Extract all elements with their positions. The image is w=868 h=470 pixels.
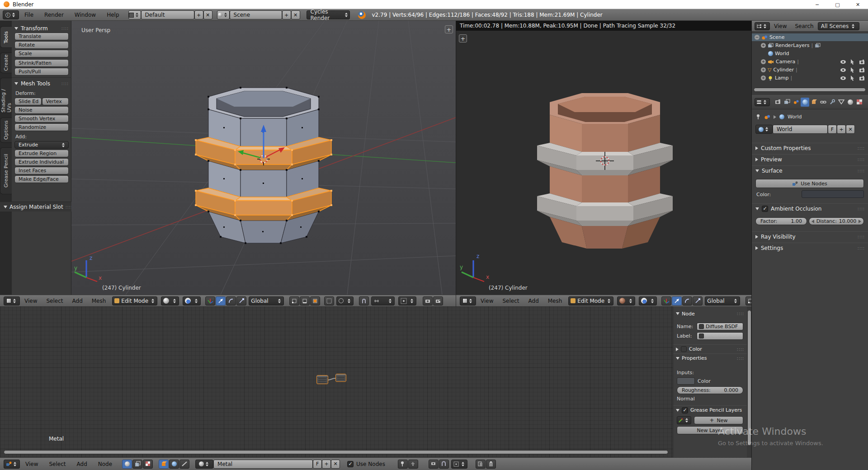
grease-pencil-layers-panel-header[interactable]: ✓ Grease Pencil Layers bbox=[673, 405, 747, 414]
viewport-shading-selector[interactable] bbox=[161, 296, 179, 306]
pivot-point-selector-r[interactable] bbox=[639, 296, 657, 306]
manipulator-rotate-button-r[interactable] bbox=[682, 296, 692, 306]
pivot-point-selector[interactable] bbox=[183, 296, 201, 306]
world-browse-button[interactable] bbox=[755, 125, 773, 134]
auto-render-button[interactable] bbox=[429, 460, 439, 469]
visibility-eye-icon[interactable] bbox=[840, 59, 846, 65]
render-opengl-anim-button[interactable] bbox=[433, 296, 443, 306]
outliner-display-filter[interactable]: All Scenes bbox=[818, 22, 859, 30]
vp-menu-select[interactable]: Select bbox=[42, 298, 67, 304]
render-opengl-button[interactable] bbox=[423, 296, 433, 306]
node-diffuse-bsdf[interactable] bbox=[316, 375, 328, 384]
translate-button[interactable]: Translate bbox=[14, 33, 69, 40]
npanel-vscrollbar[interactable] bbox=[747, 310, 751, 446]
decrement-icon[interactable] bbox=[811, 220, 814, 223]
delete-layout-button[interactable]: ✕ bbox=[203, 10, 212, 19]
outliner-row-renderlayers[interactable]: + RenderLayers | bbox=[752, 42, 868, 49]
renderability-camera-icon[interactable] bbox=[859, 75, 865, 81]
shader-type-world-button[interactable] bbox=[169, 460, 179, 469]
delete-scene-button[interactable]: ✕ bbox=[291, 10, 300, 19]
outliner-row-cylinder[interactable]: + ▽ Cylinder | bbox=[752, 66, 868, 74]
vp-r-menu-mesh[interactable]: Mesh bbox=[543, 298, 567, 304]
ray-visibility-panel-header[interactable]: Ray Visibility :::: bbox=[752, 231, 868, 241]
render-engine-selector[interactable]: Cycles Render bbox=[307, 10, 350, 19]
expand-icon[interactable]: + bbox=[761, 43, 766, 48]
selectability-cursor-icon[interactable] bbox=[850, 75, 855, 81]
node-menu-view[interactable]: View bbox=[20, 461, 43, 467]
expand-icon[interactable]: + bbox=[761, 75, 766, 80]
tab-world[interactable] bbox=[801, 98, 809, 107]
make-edge-face-button[interactable]: Make Edge/Face bbox=[14, 175, 69, 183]
snap-toggle[interactable] bbox=[359, 296, 369, 306]
tab-object-data[interactable] bbox=[837, 98, 845, 107]
node-menu-select[interactable]: Select bbox=[43, 461, 71, 467]
world-unlink-button[interactable]: ✕ bbox=[846, 125, 855, 134]
shrink-fatten-button[interactable]: Shrink/Fatten bbox=[14, 59, 69, 67]
outliner-row-scene[interactable]: − Scene bbox=[752, 33, 868, 41]
mode-selector[interactable]: Edit Mode bbox=[112, 296, 157, 306]
ambient-occlusion-panel-header[interactable]: ✓ Ambient Occlusion :::: bbox=[752, 203, 868, 213]
mode-selector-r[interactable]: Edit Mode bbox=[568, 296, 613, 306]
node-color-swatch[interactable] bbox=[681, 346, 687, 352]
mesh-tools-panel-header[interactable]: Mesh Tools :::: bbox=[14, 80, 69, 88]
selectability-cursor-icon[interactable] bbox=[850, 59, 855, 65]
snap-element-selector[interactable] bbox=[371, 296, 395, 306]
tab-render-layers[interactable] bbox=[783, 98, 791, 107]
slide-edge-button[interactable]: Slide Ed bbox=[14, 98, 42, 105]
pin-icon[interactable] bbox=[755, 114, 761, 120]
push-pull-button[interactable]: Push/Pull bbox=[14, 68, 69, 75]
outliner-hscrollbar[interactable] bbox=[754, 88, 866, 92]
tree-type-compositing-button[interactable] bbox=[132, 460, 142, 469]
manipulator-toggle[interactable] bbox=[205, 296, 215, 306]
tab-options[interactable]: Options bbox=[0, 118, 12, 143]
add-scene-button[interactable]: + bbox=[282, 10, 291, 19]
editor-type-selector-3dview-r[interactable] bbox=[460, 296, 476, 306]
tree-type-texture-button[interactable] bbox=[143, 460, 153, 469]
transform-orientation-selector-r[interactable]: Global bbox=[705, 296, 740, 306]
world-color-swatch[interactable] bbox=[802, 190, 864, 198]
snap-target-selector[interactable] bbox=[398, 296, 416, 306]
gp-new-button[interactable]: + New bbox=[694, 416, 743, 424]
outliner-menu-view[interactable]: View bbox=[770, 23, 791, 29]
node-label-field[interactable] bbox=[697, 332, 743, 340]
viewport-3d-edit[interactable]: User Persp z y x (247) Cylinder + View S… bbox=[71, 21, 456, 295]
snap-node-element-selector[interactable] bbox=[451, 460, 467, 469]
editor-type-selector-info[interactable]: i bbox=[3, 10, 19, 19]
tab-tools[interactable]: Tools bbox=[0, 26, 12, 48]
editor-type-selector-properties[interactable] bbox=[755, 98, 770, 106]
color-panel-header[interactable]: Color :::: bbox=[673, 344, 747, 353]
tree-type-shader-button[interactable] bbox=[122, 460, 132, 469]
scene-icon-button[interactable] bbox=[217, 10, 230, 19]
outliner-row-lamp[interactable]: + Lamp | bbox=[752, 74, 868, 82]
input-color-swatch[interactable] bbox=[677, 377, 695, 385]
vertex-select-button-r[interactable] bbox=[745, 296, 751, 306]
shader-type-object-button[interactable] bbox=[159, 460, 169, 469]
tab-texture[interactable] bbox=[855, 98, 863, 107]
viewport-shading-selector-r[interactable] bbox=[617, 296, 635, 306]
close-button[interactable]: ✕ bbox=[848, 0, 868, 9]
menu-render[interactable]: Render bbox=[39, 12, 69, 18]
ao-checkbox-checked[interactable]: ✓ bbox=[762, 206, 768, 212]
randomize-button[interactable]: Randomize bbox=[14, 123, 69, 131]
toolshelf-expand-button[interactable]: + bbox=[459, 34, 467, 42]
scale-button[interactable]: Scale bbox=[14, 50, 69, 57]
screen-layout-icon-button[interactable] bbox=[128, 10, 141, 19]
expand-icon[interactable]: + bbox=[761, 67, 766, 72]
screen-layout-name[interactable]: Default bbox=[141, 10, 194, 19]
add-layout-button[interactable]: + bbox=[194, 10, 203, 19]
expand-icon[interactable]: + bbox=[761, 59, 766, 64]
extrude-individual-button[interactable]: Extrude Individual bbox=[14, 158, 69, 166]
viewport-3d-rendered[interactable]: Time:00:02.78 | Mem:10.88M, Peak:10.95M … bbox=[456, 21, 751, 295]
tab-scene[interactable] bbox=[792, 98, 800, 107]
gp-datablock-selector[interactable] bbox=[677, 416, 691, 424]
ao-distance-field[interactable]: Distanc:10.000 bbox=[809, 217, 864, 225]
copy-nodes-button[interactable] bbox=[476, 460, 486, 469]
increment-icon[interactable] bbox=[859, 220, 861, 223]
properties-panel-header[interactable]: Properties :::: bbox=[673, 353, 747, 362]
surface-panel-header[interactable]: Surface :::: bbox=[752, 165, 868, 175]
settings-panel-header[interactable]: Settings :::: bbox=[752, 243, 868, 253]
node-menu-node[interactable]: Node bbox=[93, 461, 118, 467]
visibility-eye-icon[interactable] bbox=[840, 75, 846, 81]
material-add-button[interactable]: + bbox=[322, 460, 331, 469]
world-fake-user-button[interactable]: F bbox=[828, 125, 837, 134]
